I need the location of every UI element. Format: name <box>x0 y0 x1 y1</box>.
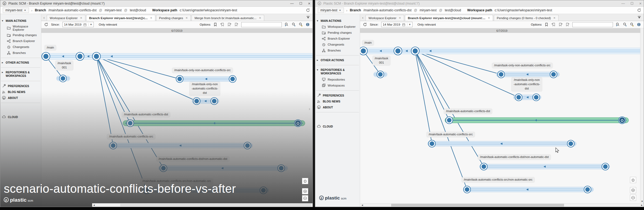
close-tab-icon[interactable]: ✕ <box>186 16 188 19</box>
zoom-fit-search-icon[interactable] <box>623 22 627 27</box>
zoom-in-button[interactable] <box>630 187 636 193</box>
tab[interactable]: Merge from branch br:/main/task-automati… <box>192 15 264 21</box>
zoom-in-search-icon[interactable] <box>284 22 289 27</box>
sidebar-item-about[interactable]: pABOUT <box>315 104 360 110</box>
working-changeset-node[interactable] <box>294 120 301 127</box>
sidebar-item-blog-news[interactable]: BLOG NEWS <box>315 98 360 104</box>
vertical-scrollbar[interactable]: ▼ <box>640 28 644 203</box>
sidebar-item-changesets[interactable]: Changesets <box>315 42 360 47</box>
changeset-node[interactable] <box>76 52 84 60</box>
changeset-node[interactable] <box>498 71 505 78</box>
sidebar-item-branches[interactable]: Branches <box>315 47 360 53</box>
changeset-node[interactable] <box>584 186 591 193</box>
close-button[interactable]: × <box>639 1 642 5</box>
zoom-clear-search-icon[interactable] <box>298 22 303 27</box>
changeset-node[interactable] <box>550 71 557 78</box>
sidebar-section-repositories-workspaces[interactable]: ▸REPOSITORIES & WORKSPACES <box>0 70 41 79</box>
horizontal-scrollbar[interactable]: ◄ ► <box>360 203 644 207</box>
zoom-fit-search-icon[interactable] <box>291 22 296 27</box>
tab-scroll-left-icon[interactable]: ‹ <box>361 16 365 21</box>
sidebar-item-repositories[interactable]: Repositories <box>315 77 360 82</box>
bookmark-clear-icon[interactable] <box>565 22 570 27</box>
search-input[interactable] <box>572 22 613 27</box>
close-tab-icon[interactable]: ✕ <box>259 16 261 19</box>
sidebar-section-other-actions[interactable]: ▸OTHER ACTIONS <box>315 57 360 63</box>
sidebar-item-workspace-explorer[interactable]: Workspace Explorer <box>0 24 41 32</box>
tab-scroll-left-icon[interactable]: ‹ <box>42 16 47 21</box>
minimize-button[interactable]: — <box>290 2 294 5</box>
changeset-node[interactable] <box>515 94 522 101</box>
changeset-node[interactable] <box>602 163 609 170</box>
search-input[interactable] <box>241 22 282 27</box>
zoom-clear-search-icon[interactable] <box>630 22 634 27</box>
tab[interactable]: Workspace Explorer✕ <box>47 15 85 21</box>
sidebar-item-workspaces[interactable]: Workspaces <box>315 82 360 88</box>
bookmark-prev-icon[interactable] <box>551 22 556 27</box>
bookmark-next-icon[interactable] <box>558 22 563 27</box>
reset-view-button[interactable] <box>630 177 636 183</box>
changeset-node[interactable] <box>92 52 100 60</box>
globe-icon[interactable] <box>306 22 310 27</box>
bookmark-icon[interactable] <box>544 22 549 27</box>
changeset-node[interactable] <box>211 98 218 105</box>
minimize-button[interactable]: — <box>621 2 625 5</box>
changeset-node[interactable] <box>160 165 167 172</box>
changeset-node[interactable] <box>377 71 384 78</box>
changeset-node[interactable] <box>394 47 402 55</box>
sidebar-item-about[interactable]: pABOUT <box>0 95 41 101</box>
sidebar-section-other-actions[interactable]: ▸OTHER ACTIONS <box>0 60 41 66</box>
sidebar-item-cloud[interactable]: CLOUD <box>315 123 360 129</box>
sidebar-item-cloud[interactable]: CLOUD <box>0 114 41 120</box>
sidebar-section-repositories-workspaces[interactable]: ▾REPOSITORIES & WORKSPACES <box>315 67 360 76</box>
sidebar-item-branches[interactable]: Branches <box>0 50 41 56</box>
only-relevant-option[interactable]: Only relevant <box>417 23 436 26</box>
maximize-button[interactable] <box>631 2 633 5</box>
close-button[interactable]: × <box>308 1 310 5</box>
bookmark-icon[interactable] <box>213 22 217 27</box>
changeset-node[interactable] <box>110 142 117 149</box>
refresh-icon[interactable] <box>637 8 641 12</box>
tab[interactable]: Branch Explorer miryam-test@test@c...✕ <box>86 15 155 21</box>
reset-view-button[interactable] <box>302 178 308 184</box>
options-button[interactable]: Options <box>200 23 210 26</box>
changeset-node[interactable] <box>411 47 419 55</box>
zoom-out-button[interactable] <box>630 195 636 201</box>
changeset-node[interactable] <box>176 75 183 82</box>
changeset-node[interactable] <box>446 117 453 124</box>
bookmark-clear-icon[interactable] <box>234 22 239 27</box>
sidebar-item-blog-news[interactable]: BLOG NEWS <box>0 89 41 95</box>
expand-panel-chevron-icon[interactable]: › <box>309 104 312 113</box>
close-tab-icon[interactable]: ✕ <box>553 16 555 19</box>
options-button[interactable]: Options <box>531 23 542 26</box>
close-tab-icon[interactable]: ✕ <box>488 16 490 19</box>
horizontal-scrollbar[interactable]: ◄ <box>92 203 313 207</box>
changeset-node[interactable] <box>278 165 285 172</box>
tab-overflow-icon[interactable] <box>305 16 311 21</box>
refresh-icon[interactable] <box>44 22 48 27</box>
since-date-picker[interactable]: 14 Mar 2019 ▼ <box>62 22 94 27</box>
sidebar-item-changesets[interactable]: Changesets <box>0 44 41 50</box>
changeset-node[interactable] <box>533 94 540 101</box>
close-tab-icon[interactable]: ✕ <box>80 16 82 19</box>
sidebar-section-main-actions[interactable]: ▾MAIN ACTIONS <box>0 18 41 24</box>
close-tab-icon[interactable]: ✕ <box>399 16 401 19</box>
workspace-selector[interactable]: miryam-test▼ <box>3 8 29 13</box>
changeset-node[interactable] <box>193 98 200 105</box>
working-changeset-node[interactable] <box>619 117 626 124</box>
sidebar-item-branch-explorer[interactable]: Branch Explorer <box>0 38 41 44</box>
changeset-node[interactable] <box>360 47 367 55</box>
tab[interactable]: Pending changes✕ <box>156 15 191 21</box>
bookmark-next-icon[interactable] <box>227 22 232 27</box>
changeset-node[interactable] <box>480 163 487 170</box>
changeset-node[interactable] <box>244 142 251 149</box>
windows-taskbar[interactable] <box>0 207 644 210</box>
sidebar-item-branch-explorer[interactable]: Branch Explorer <box>315 36 360 42</box>
changeset-node[interactable] <box>127 120 134 127</box>
maximize-button[interactable] <box>300 2 302 5</box>
changeset-node[interactable] <box>428 140 435 147</box>
zoom-in-search-icon[interactable] <box>616 22 620 27</box>
tab[interactable]: Workspace Explorer✕ <box>365 15 404 21</box>
globe-icon[interactable] <box>637 22 641 27</box>
refresh-icon[interactable] <box>363 22 367 27</box>
since-date-picker[interactable]: 14 Mar 2019 ▼ <box>381 22 413 27</box>
